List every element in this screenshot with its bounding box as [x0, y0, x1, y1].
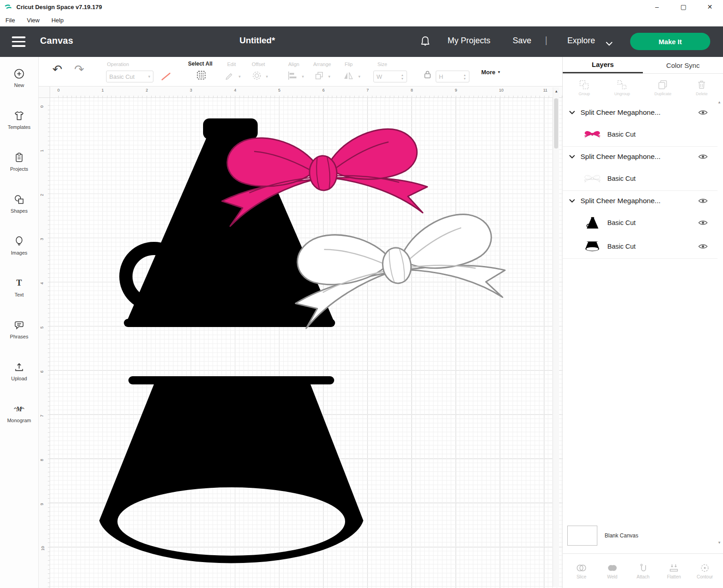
canvas-area: 0 1 2 3 4 5 6 7 8 9 10 11 0 1 2 3 4 5 6 … [39, 87, 562, 588]
ruler-number: 10 [41, 546, 45, 551]
save-link[interactable]: Save [513, 36, 531, 46]
tab-color-sync[interactable]: Color Sync [643, 57, 723, 73]
layer-label: Basic Cut [607, 219, 636, 226]
ungroup-button[interactable]: Ungroup [614, 79, 630, 96]
layer-row[interactable]: Basic Cut [563, 123, 718, 146]
sidebar-item-upload[interactable]: Upload [0, 350, 38, 392]
document-title[interactable]: Untitled* [209, 36, 305, 46]
flip-caret-icon: ▾ [358, 74, 361, 79]
delete-button[interactable]: Delete [696, 79, 708, 96]
chevron-down-icon[interactable] [569, 155, 575, 159]
layer-group-header[interactable]: Split Cheer Megaphone... [563, 102, 718, 123]
maximize-button[interactable]: ▢ [670, 0, 697, 14]
weld-button[interactable]: Weld [599, 563, 626, 579]
scrollbar-thumb[interactable] [554, 98, 558, 148]
undo-button[interactable]: ↶ [52, 63, 62, 75]
select-all-label[interactable]: Select All [188, 61, 213, 67]
width-stepper[interactable]: ▲▼ [401, 73, 404, 80]
sidebar-item-text[interactable]: T Text [0, 266, 38, 308]
chevron-down-icon[interactable] [569, 111, 575, 115]
chevron-down-icon[interactable] [606, 40, 613, 48]
layer-group-title: Split Cheer Megaphone... [580, 153, 661, 161]
slice-button[interactable]: Slice [568, 563, 595, 579]
contour-button[interactable]: Contour [692, 563, 718, 579]
layer-row[interactable]: Basic Cut [563, 211, 718, 235]
select-all-icon[interactable] [196, 70, 207, 82]
title-bar: Cricut Design Space v7.19.179 – ▢ ✕ [0, 0, 723, 14]
group-icon [579, 79, 590, 90]
slice-icon [576, 563, 587, 573]
align-label: Align [288, 61, 299, 67]
ruler-number: 7 [367, 88, 369, 92]
sidebar-item-label: Upload [11, 376, 27, 381]
height-input[interactable]: H ▲▼ [436, 71, 469, 82]
attach-button[interactable]: Attach [630, 563, 657, 579]
close-button[interactable]: ✕ [697, 0, 723, 14]
operation-dropdown[interactable]: Basic Cut ▾ [106, 71, 153, 82]
shirt-icon [13, 110, 25, 122]
more-button[interactable]: More▼ [481, 69, 501, 76]
attach-icon [638, 563, 649, 573]
width-input[interactable]: W ▲▼ [373, 71, 407, 82]
sidebar-item-images[interactable]: Images [0, 225, 38, 266]
layer-group-header[interactable]: Split Cheer Megaphone... [563, 147, 718, 167]
blank-canvas-swatch[interactable] [567, 526, 597, 546]
ruler-number: 6 [322, 88, 325, 92]
visibility-eye-icon[interactable] [698, 153, 708, 160]
white-bow-shape[interactable] [286, 209, 509, 329]
canvas-vertical-scrollbar[interactable]: ▲ [553, 87, 559, 587]
blank-canvas-row[interactable]: Blank Canvas [563, 523, 723, 548]
notifications-bell-icon[interactable] [420, 36, 431, 49]
scroll-up-icon[interactable]: ▲ [553, 89, 560, 93]
tab-layers[interactable]: Layers [563, 57, 643, 73]
layer-row[interactable]: Basic Cut [563, 167, 718, 190]
visibility-eye-icon[interactable] [698, 220, 708, 226]
chevron-down-icon[interactable] [569, 199, 575, 203]
megaphone-top-shape[interactable] [119, 118, 335, 327]
ruler-number: 8 [40, 459, 44, 461]
panel-scroll-up-icon[interactable]: ▲ [718, 100, 721, 104]
lock-icon[interactable] [423, 70, 432, 81]
visibility-eye-icon[interactable] [698, 243, 708, 250]
sidebar-item-label: Templates [8, 124, 31, 130]
offset-label: Offset [252, 61, 265, 67]
clipboard-icon [13, 152, 25, 164]
layer-row[interactable]: Basic Cut [563, 235, 718, 258]
upload-icon [13, 361, 25, 373]
menu-help[interactable]: Help [51, 17, 64, 24]
redo-button[interactable]: ↷ [74, 63, 84, 75]
sidebar-item-monogram[interactable]: M Monogram [0, 392, 38, 434]
layer-group-header[interactable]: Split Cheer Megaphone... [563, 191, 718, 211]
visibility-eye-icon[interactable] [698, 109, 708, 116]
sidebar-item-projects[interactable]: Projects [0, 141, 38, 183]
sidebar-item-phrases[interactable]: Phrases [0, 308, 38, 350]
ruler-number: 5 [278, 88, 280, 92]
ruler-number: 3 [40, 238, 44, 240]
layer-group-2: Split Cheer Megaphone... Basic Cut [563, 147, 718, 191]
minimize-button[interactable]: – [644, 0, 670, 14]
design-canvas[interactable] [50, 98, 562, 588]
make-it-button[interactable]: Make It [630, 33, 710, 50]
hamburger-menu-icon[interactable] [12, 36, 25, 47]
ruler-left: 0 1 2 3 4 5 6 7 8 9 10 [39, 98, 50, 588]
explore-link[interactable]: Explore [567, 36, 595, 46]
my-projects-link[interactable]: My Projects [448, 36, 490, 46]
material-color-swatch[interactable] [159, 71, 173, 84]
monogram-icon: M [13, 403, 25, 415]
flatten-button[interactable]: Flatten [661, 563, 687, 579]
menu-file[interactable]: File [5, 17, 15, 24]
sidebar-item-new[interactable]: New [0, 57, 38, 99]
visibility-eye-icon[interactable] [698, 198, 708, 204]
ruler-number: 9 [455, 88, 457, 92]
megaphone-bottom-shape[interactable] [99, 376, 363, 563]
menu-view[interactable]: View [27, 17, 40, 24]
tool-label: Flatten [667, 574, 681, 579]
sidebar-item-templates[interactable]: Templates [0, 99, 38, 141]
edit-caret-icon: ▾ [239, 74, 241, 79]
group-button[interactable]: Group [579, 79, 590, 96]
height-stepper[interactable]: ▲▼ [463, 73, 466, 80]
menu-bar: File View Help [0, 14, 723, 26]
sidebar-item-shapes[interactable]: Shapes [0, 183, 38, 225]
duplicate-button[interactable]: Duplicate [654, 79, 672, 96]
align-caret-icon: ▾ [302, 74, 304, 79]
